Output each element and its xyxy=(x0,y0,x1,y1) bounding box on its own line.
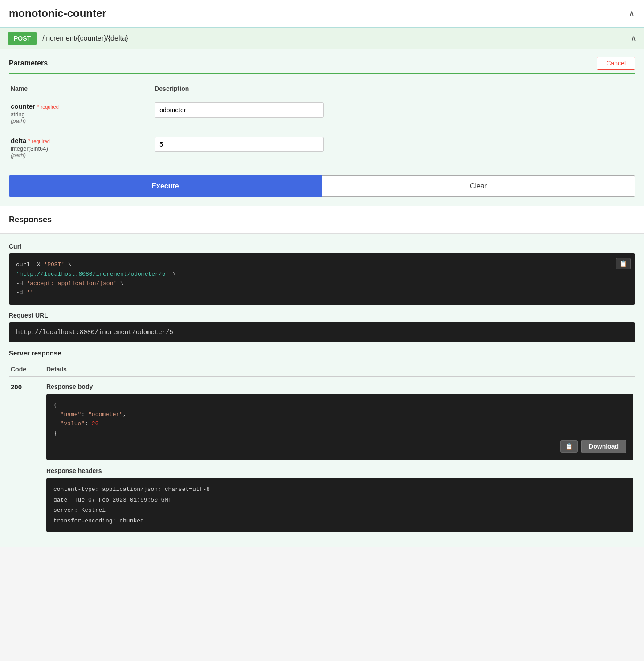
delta-location: (path) xyxy=(11,152,151,159)
response-value-num: 20 xyxy=(92,420,99,427)
clear-button[interactable]: Clear xyxy=(322,175,635,197)
params-table: Name Description counter * required stri… xyxy=(9,82,635,165)
header-line-3: server: Kestrel xyxy=(53,505,626,515)
counter-input[interactable] xyxy=(155,102,324,118)
header-line-1: content-type: application/json; charset=… xyxy=(53,484,626,494)
server-response-label: Server response xyxy=(9,349,635,357)
curl-copy-button[interactable]: 📋 xyxy=(616,258,631,269)
response-body-copy-button[interactable]: 📋 xyxy=(560,440,578,453)
delta-type: integer($int64) xyxy=(11,145,151,152)
response-code-header: Code xyxy=(9,362,45,377)
curl-post-keyword: 'POST' xyxy=(44,261,65,268)
delta-required-label: required xyxy=(32,139,49,144)
curl-line1-prefix: curl -X xyxy=(16,261,44,268)
delta-name-text: delta xyxy=(11,137,26,144)
param-name-delta: delta * required xyxy=(11,137,151,144)
download-button[interactable]: Download xyxy=(581,440,626,453)
counter-required-star: * xyxy=(37,104,39,110)
curl-accept-header: 'accept: application/json' xyxy=(26,280,117,287)
parameters-title: Parameters xyxy=(9,59,48,67)
curl-line1-suffix: \ xyxy=(65,261,72,268)
param-input-cell-delta xyxy=(153,131,635,165)
endpoint-path: /increment/{counter}/{delta} xyxy=(42,34,625,42)
col-header-name: Name xyxy=(9,82,153,96)
endpoint-collapse-icon[interactable]: ∧ xyxy=(631,33,636,43)
brace-close: } xyxy=(53,430,57,437)
brace-open: { xyxy=(53,402,57,408)
curl-block: curl -X 'POST' \ 'http://localhost:8080/… xyxy=(9,253,635,305)
action-buttons: Execute Clear xyxy=(9,175,635,197)
table-row: delta * required integer($int64) (path) xyxy=(9,131,635,165)
response-body-cell: Response body { "name": "odometer", "val… xyxy=(45,377,635,539)
request-url-label: Request URL xyxy=(9,312,635,319)
response-body-block: { "name": "odometer", "value": 20 } 📋 Do… xyxy=(46,394,633,460)
delta-required-star: * xyxy=(28,138,30,144)
parameters-header: Parameters Cancel xyxy=(9,49,635,74)
response-headers-block: content-type: application/json; charset=… xyxy=(46,478,633,532)
responses-section: Responses xyxy=(0,206,644,233)
download-row: 📋 Download xyxy=(53,440,626,453)
param-name-counter: counter * required xyxy=(11,102,151,110)
response-value-colon: : xyxy=(85,420,92,427)
response-details-header: Details xyxy=(45,362,635,377)
app-container: monotonic-counter ∧ POST /increment/{cou… xyxy=(0,0,644,547)
curl-line3-prefix: -H xyxy=(16,280,26,287)
counter-required-label: required xyxy=(41,104,58,110)
table-row: 200 Response body { "name": "odometer", … xyxy=(9,377,635,539)
curl-line2-suffix: \ xyxy=(169,271,176,277)
table-row: counter * required string (path) xyxy=(9,96,635,131)
response-name-comma: , xyxy=(123,411,126,418)
counter-type: string xyxy=(11,111,151,118)
param-name-cell: counter * required string (path) xyxy=(9,96,153,131)
response-headers-label: Response headers xyxy=(46,467,633,474)
counter-name-text: counter xyxy=(11,102,35,110)
method-badge: POST xyxy=(8,32,37,45)
response-body-label: Response body xyxy=(46,383,633,390)
request-url-value: http://localhost:8080/increment/odometer… xyxy=(16,329,173,336)
curl-url: 'http://localhost:8080/increment/odomete… xyxy=(16,271,169,277)
header-line-4: transfer-encoding: chunked xyxy=(53,516,626,526)
response-value-key: "value" xyxy=(53,420,85,427)
responses-title: Responses xyxy=(9,215,635,224)
response-details: Curl curl -X 'POST' \ 'http://localhost:… xyxy=(0,234,644,547)
col-header-description: Description xyxy=(153,82,635,96)
curl-line3-suffix: \ xyxy=(117,280,124,287)
response-code-cell: 200 xyxy=(9,377,45,539)
response-table: Code Details 200 Response body { "name":… xyxy=(9,362,635,539)
cancel-button[interactable]: Cancel xyxy=(597,57,635,70)
response-name-key: "name" xyxy=(53,411,81,418)
param-input-cell-counter xyxy=(153,96,635,131)
response-name-colon: : xyxy=(81,411,88,418)
page-title: monotonic-counter xyxy=(9,7,106,20)
page-collapse-icon[interactable]: ∧ xyxy=(628,8,635,19)
response-name-val: "odometer" xyxy=(88,411,123,418)
page-header: monotonic-counter ∧ xyxy=(0,0,644,27)
counter-location: (path) xyxy=(11,118,151,124)
delta-input[interactable] xyxy=(155,137,324,152)
execute-button[interactable]: Execute xyxy=(9,175,322,197)
parameters-section: Parameters Cancel Name Description count… xyxy=(0,49,644,206)
header-line-2: date: Tue,07 Feb 2023 01:59:50 GMT xyxy=(53,495,626,505)
request-url-block: http://localhost:8080/increment/odometer… xyxy=(9,322,635,342)
curl-data-val: '' xyxy=(26,289,33,296)
param-name-cell: delta * required integer($int64) (path) xyxy=(9,131,153,165)
endpoint-bar: POST /increment/{counter}/{delta} ∧ xyxy=(0,27,644,49)
curl-label: Curl xyxy=(9,243,635,250)
curl-data-flag: -d xyxy=(16,289,26,296)
